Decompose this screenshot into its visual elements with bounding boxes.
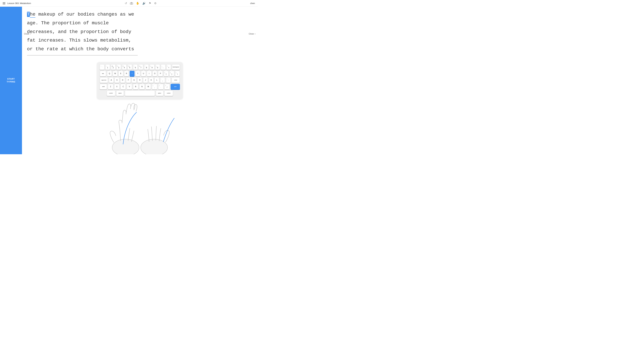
- key-1[interactable]: !1: [105, 64, 110, 70]
- key-g[interactable]: G: [132, 77, 136, 83]
- key-8[interactable]: *8: [144, 64, 149, 70]
- key-equals[interactable]: +=: [166, 64, 171, 70]
- key-3[interactable]: #3: [116, 64, 121, 70]
- key-row-numbers: ~` !1 @2 #3 $4 %5 ^6 &7 *8 (9 )0 _- += b…: [100, 64, 180, 70]
- svg-point-1: [131, 3, 132, 4]
- left-hand: [110, 103, 139, 154]
- key-a[interactable]: A: [109, 77, 114, 83]
- key-n[interactable]: N: [139, 84, 144, 90]
- key-f[interactable]: F: [126, 77, 131, 83]
- key-0[interactable]: )0: [155, 64, 160, 70]
- refresh-icon[interactable]: ↺: [125, 2, 127, 5]
- flag-icon[interactable]: ⚑: [149, 2, 151, 5]
- key-backslash[interactable]: |\: [175, 71, 180, 76]
- lesson-title: Lesson 383: Metabolism: [8, 2, 31, 4]
- key-v[interactable]: V: [126, 84, 132, 90]
- user-name: chen: [250, 2, 255, 4]
- hands-illustration: [97, 96, 183, 154]
- start-typing-label: STARTTYPING: [7, 78, 15, 83]
- key-semicolon[interactable]: :;: [160, 77, 165, 83]
- key-space[interactable]: [125, 90, 155, 96]
- key-control-left[interactable]: control: [107, 90, 116, 96]
- keyboard-area: ~` !1 @2 #3 $4 %5 ^6 &7 *8 (9 )0 _- += b…: [22, 59, 258, 154]
- typing-text: The makeup of our bodies changes as we a…: [27, 10, 138, 56]
- right-hand: [141, 126, 170, 154]
- key-tab[interactable]: tab: [100, 71, 106, 76]
- key-4[interactable]: $4: [122, 64, 126, 70]
- hand-icon[interactable]: ✋: [136, 2, 139, 5]
- key-d[interactable]: D: [120, 77, 125, 83]
- key-x[interactable]: X: [114, 84, 120, 90]
- key-s[interactable]: S: [114, 77, 120, 83]
- volume-icon[interactable]: 🔊: [142, 2, 146, 5]
- key-shift-left[interactable]: shift: [100, 84, 107, 90]
- key-l[interactable]: L: [154, 77, 159, 83]
- key-m[interactable]: M: [146, 84, 151, 90]
- key-j[interactable]: J: [143, 77, 148, 83]
- key-row-bottom: control option option control: [100, 90, 180, 96]
- menu-button[interactable]: [3, 2, 5, 4]
- key-b[interactable]: B: [133, 84, 138, 90]
- key-i-active[interactable]: I: [130, 71, 134, 76]
- key-y[interactable]: Y: [135, 71, 140, 76]
- key-z[interactable]: Z: [108, 84, 113, 90]
- key-p[interactable]: P: [158, 71, 163, 76]
- svg-point-2: [112, 139, 139, 154]
- key-u[interactable]: U: [141, 71, 146, 76]
- key-r[interactable]: R: [124, 71, 129, 76]
- key-shift-right[interactable]: shift: [170, 84, 180, 90]
- key-period[interactable]: >.: [158, 84, 164, 90]
- key-option-right[interactable]: option: [156, 90, 164, 96]
- key-backtick[interactable]: ~`: [100, 64, 104, 70]
- key-c[interactable]: C: [120, 84, 126, 90]
- key-backspace[interactable]: backspace: [172, 64, 180, 70]
- key-7[interactable]: &7: [138, 64, 143, 70]
- key-slash[interactable]: ?/: [164, 84, 170, 90]
- key-6[interactable]: ^6: [133, 64, 138, 70]
- key-row-qwerty: tab Q W E R I Y U I O P {[ }] |\: [100, 71, 180, 76]
- key-bracket-right[interactable]: }]: [170, 71, 174, 76]
- key-w[interactable]: W: [113, 71, 118, 76]
- key-i[interactable]: I: [147, 71, 152, 76]
- toolbar-left: Lesson 383: Metabolism: [3, 2, 31, 4]
- settings-icon[interactable]: ⚙: [154, 2, 156, 5]
- key-comma[interactable]: <,: [152, 84, 157, 90]
- key-row-asdf: caps lock A S D F G H J K L :; "' enter: [100, 77, 180, 83]
- cursor-char: T: [27, 12, 30, 17]
- toolbar-icons: ↺ ✋ 🔊 ⚑ ⚙: [125, 2, 156, 5]
- key-o[interactable]: O: [152, 71, 157, 76]
- key-minus[interactable]: _-: [161, 64, 166, 70]
- toolbar: Lesson 383: Metabolism ↺ ✋ 🔊 ⚑ ⚙ chen: [0, 0, 258, 7]
- key-quote[interactable]: "': [166, 77, 171, 83]
- key-q[interactable]: Q: [107, 71, 112, 76]
- key-5[interactable]: %5: [128, 64, 132, 70]
- key-option-left[interactable]: option: [116, 90, 124, 96]
- keyboard: ~` !1 @2 #3 $4 %5 ^6 &7 *8 (9 )0 _- += b…: [97, 62, 183, 99]
- key-control-right[interactable]: control: [164, 90, 173, 96]
- key-capslock[interactable]: caps lock: [100, 77, 108, 83]
- content-area: The makeup of our bodies changes as we a…: [22, 7, 258, 59]
- key-enter[interactable]: enter: [172, 77, 180, 83]
- camera-icon[interactable]: [130, 2, 133, 4]
- key-row-zxcv: shift Z X C V B N M <, >. ?/ shift: [100, 84, 180, 90]
- key-9[interactable]: (9: [150, 64, 154, 70]
- key-k[interactable]: K: [149, 77, 154, 83]
- key-bracket-left[interactable]: {[: [164, 71, 168, 76]
- key-h[interactable]: H: [137, 77, 142, 83]
- start-typing-panel: STARTTYPING: [0, 7, 22, 154]
- key-2[interactable]: @2: [111, 64, 116, 70]
- key-e[interactable]: E: [118, 71, 123, 76]
- main-area: STARTTYPING Close × Close × The makeup o…: [0, 7, 258, 154]
